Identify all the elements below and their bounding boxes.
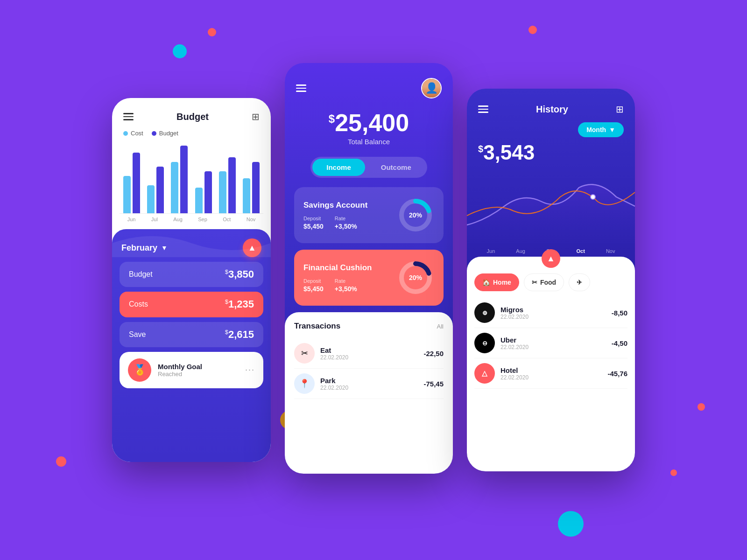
history-filter-icon[interactable]: ⊞ [616,104,624,115]
category-home[interactable]: 🏠 Home [474,273,519,291]
line-chart [467,169,635,244]
park-icon: 📍 [294,373,315,394]
transaction-park: 📍 Park 22.02.2020 -75,45 [294,369,444,399]
avatar[interactable]: 👤 [421,78,442,98]
history-title: History [536,104,568,115]
month-nov: Nov [247,217,256,222]
stat-budget-value: $3,850 [225,268,254,280]
history-item-migros: ⊕ Migros 22.02.2020 -8,50 [474,298,627,328]
filter-icon[interactable]: ⊞ [252,111,260,122]
stat-card-budget: Budget $3,850 [120,262,263,287]
travel-icon: ✈ [577,279,582,286]
uber-logo: ⊖ [474,333,495,353]
month-chevron-icon: ▼ [609,126,615,133]
stat-budget-label: Budget [129,270,153,279]
phone-history: History ⊞ Month ▼ $3,543 [467,89,635,471]
month-oct: Oct [223,217,231,222]
goal-card: 🏅 Monthly Goal Reached ··· [120,352,263,388]
park-date: 22.02.2020 [320,385,418,391]
bar-budget-jun [133,153,140,213]
transactions-title: Transacions [294,322,340,331]
month-jun: Jun [127,217,136,222]
bar-group-sep [195,171,212,213]
history-item-uber: ⊖ Uber 22.02.2020 -4,50 [474,328,627,358]
transaction-eat: ✂ Eat 22.02.2020 -22,50 [294,338,444,369]
bar-cost-sep [195,188,203,213]
month-button[interactable]: Month ▼ [578,122,624,137]
stat-card-save: Save $2,615 [120,322,263,347]
eat-info: Eat 22.02.2020 [320,346,418,361]
uber-name: Uber [500,336,606,344]
hamburger-icon-3[interactable] [478,105,488,113]
month-aug: Aug [173,217,183,222]
dots-menu[interactable]: ··· [245,365,255,375]
transactions-header: Transacions All [294,322,444,331]
history-value: 3,543 [483,141,535,164]
toggle-row: Income Outcome [285,157,453,178]
migros-logo: ⊕ [474,302,495,323]
hotel-info: Hotel 22.02.2020 [500,366,602,381]
month-sep: Sep [198,217,207,222]
savings-title: Savings Account [303,201,367,210]
history-balance: $3,543 [478,141,624,164]
savings-details: Deposit $5,450 Rate +3,50% [303,216,367,230]
bar-chart: Jun Jul Aug Sep Oct Nov [112,141,271,225]
hamburger-icon[interactable] [123,113,134,120]
hamburger-icon-2[interactable] [296,84,306,92]
h-month-nov: Nov [606,248,615,254]
park-amount: -75,45 [423,380,444,388]
rate-label: Rate [335,216,357,221]
park-name: Park [320,377,418,385]
cushion-donut: 20% [397,259,434,296]
bar-cost-jun [123,176,131,213]
history-up-button[interactable]: ▲ [542,249,560,268]
eat-amount: -22,50 [423,350,444,357]
outcome-toggle[interactable]: Outcome [367,159,425,176]
migros-name: Migros [500,306,606,314]
uber-info: Uber 22.02.2020 [500,336,606,350]
cushion-deposit: Deposit $5,450 [303,278,324,293]
h-month-aug: Aug [516,248,525,254]
goal-subtitle: Reached [158,371,239,378]
legend-budget: Budget [152,130,178,137]
bar-cost-aug [171,162,178,213]
goal-title: Monthly Goal [158,363,239,371]
balance-section: $25,400 Total Balance [285,106,453,155]
category-food[interactable]: ✂ Food [524,273,564,291]
hotel-name: Hotel [500,366,602,374]
month-btn-label: Month [586,126,606,133]
cost-label: Cost [131,130,143,137]
phones-container: Budget ⊞ Cost Budget [112,86,635,474]
food-label: Food [540,279,556,286]
migros-info: Migros 22.02.2020 [500,306,606,320]
home-icon: 🏠 [482,279,490,286]
stat-card-costs: Costs $1,235 [120,292,263,317]
category-tabs: 🏠 Home ✂ Food ✈ [474,273,627,291]
cushion-title: Financial Cushion [303,263,372,273]
deposit-label: Deposit [303,216,324,221]
budget-header: Budget ⊞ [112,98,271,130]
stat-costs-label: Costs [129,300,148,308]
avatar-face: 👤 [422,79,441,98]
financial-cushion-card: Financial Cushion Deposit $5,450 Rate +3… [294,250,444,306]
chart-legend: Cost Budget [112,130,271,141]
bar-group-jun [123,153,140,213]
bar-budget-aug [180,146,188,213]
uber-amount: -4,50 [612,339,627,347]
bar-group-oct [219,157,236,213]
card-section: Savings Account Deposit $5,450 Rate +3,5… [285,187,453,306]
eat-name: Eat [320,346,418,354]
h-month-oct: Oct [577,248,585,254]
h-month-jun: Jun [487,248,495,254]
bar-group-nov [243,162,260,213]
balance-label: Total Balance [285,138,453,146]
chart-x-labels: Jun Jul Aug Sep Oct Nov [120,214,263,222]
income-toggle[interactable]: Income [312,159,365,176]
goal-text: Monthly Goal Reached [158,363,239,378]
cushion-donut-label: 20% [409,274,422,281]
history-amount: $3,543 [467,141,635,164]
category-travel[interactable]: ✈ [569,273,590,291]
stat-costs-value: $1,235 [225,298,254,310]
history-symbol: $ [478,144,483,154]
bar-budget-oct [228,157,236,213]
